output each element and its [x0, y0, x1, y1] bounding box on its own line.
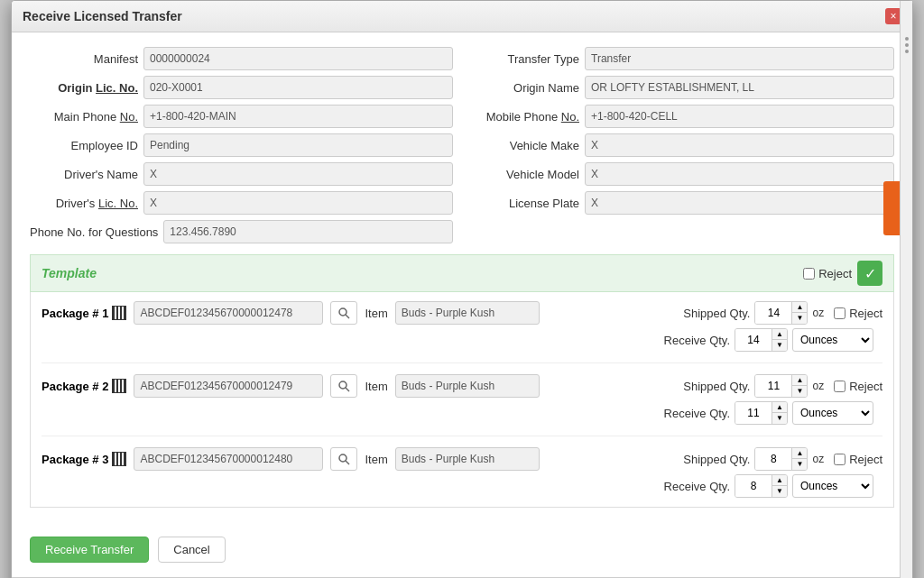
shipped-qty-down-1[interactable]: ▼: [792, 313, 807, 324]
receive-qty-input-2[interactable]: [735, 402, 772, 424]
template-reject-area: Reject ✓: [803, 261, 882, 286]
svg-point-4: [339, 454, 346, 462]
package-row-top-2: Package # 2 Item Shipped Qty. ▲ ▼: [42, 374, 882, 398]
reject-pkg-label-3[interactable]: Reject: [834, 453, 882, 466]
modal-title: Receive Licensed Transfer: [23, 9, 182, 23]
item-input-3[interactable]: [395, 447, 540, 471]
mobile-phone-row: Mobile Phone No.: [471, 105, 894, 128]
item-input-1[interactable]: [395, 301, 540, 325]
package-barcode-input-1[interactable]: [134, 301, 323, 325]
shipped-qty-down-3[interactable]: ▼: [792, 459, 807, 470]
receive-qty-down-1[interactable]: ▼: [772, 340, 787, 351]
mobile-phone-input[interactable]: [585, 105, 894, 128]
receive-qty-up-2[interactable]: ▲: [772, 402, 787, 413]
shipped-qty-section-3: Shipped Qty. ▲ ▼ oz Reject: [683, 447, 882, 471]
reject-pkg-checkbox-2[interactable]: [834, 381, 845, 392]
template-reject-checkbox[interactable]: [803, 268, 815, 280]
package-block-2: Package # 2 Item Shipped Qty. ▲ ▼: [42, 374, 882, 436]
reject-pkg-checkbox-3[interactable]: [834, 454, 845, 465]
transfer-type-input[interactable]: [585, 47, 894, 70]
receive-transfer-button[interactable]: Receive Transfer: [30, 537, 149, 563]
receive-qty-section-1: Receive Qty. ▲ ▼ Ounces Grams Pounds: [664, 328, 873, 352]
manifest-input[interactable]: [143, 47, 453, 70]
shipped-qty-input-2[interactable]: [755, 375, 791, 397]
svg-line-3: [346, 388, 349, 391]
shipped-qty-wrap-3: ▲ ▼: [754, 447, 808, 471]
reject-pkg-checkbox-1[interactable]: [834, 307, 845, 319]
package-barcode-input-2[interactable]: [134, 374, 323, 398]
vehicle-model-input[interactable]: [585, 162, 894, 186]
receive-qty-wrap-1: ▲ ▼: [735, 328, 788, 352]
drivers-lic-input[interactable]: [143, 191, 453, 215]
svg-point-0: [339, 308, 346, 316]
package-search-button-3[interactable]: [330, 447, 357, 471]
drivers-name-label: Driver's Name: [30, 168, 138, 181]
receive-qty-label-3: Receive Qty.: [664, 480, 730, 493]
package-search-button-1[interactable]: [330, 301, 357, 325]
main-phone-input[interactable]: [143, 105, 453, 128]
receive-qty-label-2: Receive Qty.: [664, 407, 730, 420]
receive-qty-wrap-3: ▲ ▼: [735, 474, 788, 498]
receive-qty-input-3[interactable]: [735, 475, 772, 497]
shipped-qty-up-2[interactable]: ▲: [792, 375, 807, 386]
shipped-qty-section-1: Shipped Qty. ▲ ▼ oz Reject: [683, 301, 882, 325]
shipped-qty-label-3: Shipped Qty.: [683, 453, 750, 466]
package-row-bottom-2: Receive Qty. ▲ ▼ Ounces Grams Pounds: [42, 401, 882, 425]
modal-header: Receive Licensed Transfer ×: [12, 1, 912, 32]
receive-unit-select-2[interactable]: Ounces Grams Pounds: [792, 401, 873, 425]
license-plate-row: License Plate: [471, 191, 894, 215]
reject-pkg-label-1[interactable]: Reject: [834, 307, 882, 320]
shipped-unit-label-1: oz: [812, 307, 824, 319]
origin-lic-input[interactable]: [143, 76, 453, 99]
shipped-qty-up-3[interactable]: ▲: [792, 448, 807, 459]
receive-qty-up-1[interactable]: ▲: [772, 329, 787, 340]
barcode-icon-1: [112, 306, 126, 320]
receive-qty-spinners-3: ▲ ▼: [772, 475, 787, 497]
employee-id-input[interactable]: [143, 133, 453, 157]
receive-unit-select-3[interactable]: Ounces Grams Pounds: [792, 474, 873, 498]
origin-lic-label: Origin Lic. No.: [30, 81, 138, 95]
package-block-1: Package # 1 Item Shipped Qty. ▲ ▼: [42, 301, 882, 363]
phone-questions-label: Phone No. for Questions: [30, 225, 158, 239]
vehicle-make-label: Vehicle Make: [471, 139, 579, 152]
form-grid: Manifest Transfer Type Origin Lic. No. O…: [30, 47, 894, 243]
package-barcode-input-3[interactable]: [134, 447, 323, 471]
package-search-button-2[interactable]: [330, 374, 357, 398]
shipped-qty-wrap-2: ▲ ▼: [754, 374, 808, 398]
receive-qty-spinners-2: ▲ ▼: [772, 402, 787, 424]
drivers-name-input[interactable]: [143, 162, 453, 186]
license-plate-label: License Plate: [471, 197, 579, 210]
receive-qty-down-3[interactable]: ▼: [772, 486, 787, 497]
shipped-qty-input-3[interactable]: [755, 448, 791, 470]
cancel-button[interactable]: Cancel: [158, 537, 225, 563]
item-input-2[interactable]: [395, 374, 540, 398]
receive-qty-section-3: Receive Qty. ▲ ▼ Ounces Grams Pounds: [664, 474, 873, 498]
origin-name-input[interactable]: [585, 76, 894, 99]
license-plate-input[interactable]: [585, 191, 894, 215]
main-phone-row: Main Phone No.: [30, 105, 453, 128]
package-label-1: Package # 1: [42, 306, 126, 320]
svg-point-2: [339, 381, 346, 389]
item-label-1: Item: [365, 307, 387, 320]
shipped-qty-up-1[interactable]: ▲: [792, 302, 807, 313]
package-block-3: Package # 3 Item Shipped Qty. ▲ ▼: [42, 447, 882, 498]
package-row-top-3: Package # 3 Item Shipped Qty. ▲ ▼: [42, 447, 882, 471]
employee-id-label: Employee ID: [30, 139, 138, 152]
shipped-qty-input-1[interactable]: [755, 302, 791, 324]
vehicle-make-input[interactable]: [585, 133, 894, 157]
shipped-qty-spinners-3: ▲ ▼: [791, 448, 807, 470]
template-header: Template Reject ✓: [30, 254, 894, 292]
reject-pkg-label-2[interactable]: Reject: [834, 380, 882, 393]
receive-qty-up-3[interactable]: ▲: [772, 475, 787, 486]
template-confirm-button[interactable]: ✓: [857, 261, 882, 286]
template-reject-checkbox-label[interactable]: Reject: [803, 267, 852, 280]
receive-qty-input-1[interactable]: [735, 329, 772, 351]
receive-qty-down-2[interactable]: ▼: [772, 413, 787, 424]
receive-qty-spinners-1: ▲ ▼: [772, 329, 787, 351]
receive-unit-select-1[interactable]: Ounces Grams Pounds: [792, 328, 873, 352]
phone-questions-input[interactable]: [163, 220, 453, 243]
receive-qty-wrap-2: ▲ ▼: [735, 401, 788, 425]
shipped-qty-down-2[interactable]: ▼: [792, 386, 807, 397]
barcode-icon-3: [112, 452, 126, 466]
origin-name-label: Origin Name: [471, 81, 579, 95]
